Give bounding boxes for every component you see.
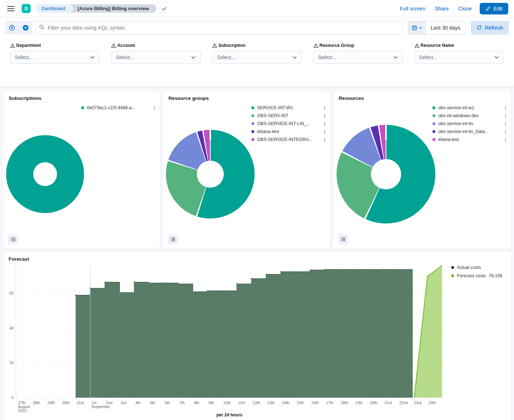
select-subscription[interactable]: Select... [212, 51, 302, 64]
boxes-vertical-icon[interactable] [323, 136, 327, 143]
boxes-vertical-icon[interactable] [504, 112, 508, 119]
select-department[interactable]: Select... [10, 51, 100, 64]
donut-chart-resource-groups[interactable] [166, 130, 255, 218]
svg-text:29th: 29th [47, 401, 55, 405]
legend-label[interactable]: obs-int-windows-dev [438, 113, 479, 118]
kql-search-bar [35, 21, 403, 35]
chart-legend: SERVICE-INT-W1OBS-SERV-INTOBS-SERVICE-IN… [251, 104, 326, 143]
legend-label[interactable]: 0e073ec1-c22f-4488-a... [87, 105, 135, 110]
legend-dot [81, 106, 84, 109]
legend-label[interactable]: obs-service-int-lin [438, 121, 473, 126]
legend-dot [432, 138, 435, 141]
search-icon [39, 24, 45, 31]
svg-text:23rd: 23rd [414, 401, 421, 405]
warning-icon [212, 43, 217, 48]
control-group-subscription: SubscriptionSelect... [212, 43, 302, 86]
legend-list-icon[interactable] [8, 234, 18, 244]
svg-text:0: 0 [12, 395, 14, 400]
boxes-vertical-icon[interactable] [504, 120, 508, 127]
legend-dot [432, 122, 435, 125]
legend-label[interactable]: Forecast costs [457, 273, 486, 278]
filter-in-circle-icon[interactable] [5, 21, 18, 34]
time-range-value[interactable]: Last 30 days [426, 21, 465, 34]
panel-title: Resource groups [163, 91, 330, 101]
legend-item: OBS-SERV-INT [251, 112, 326, 120]
breadcrumb: Dashboard [Azure Billing] Billing overvi… [36, 4, 157, 13]
select-account[interactable]: Select... [111, 51, 201, 64]
select-resource-group[interactable]: Select... [313, 51, 403, 64]
select-resource-name[interactable]: Select... [414, 51, 504, 64]
svg-text:7th: 7th [179, 401, 185, 405]
legend-label[interactable]: OBS-SERVICE-INTEGRA... [257, 137, 312, 142]
svg-text:3rd: 3rd [120, 401, 126, 405]
legend-label[interactable]: etiana-test [438, 137, 459, 142]
legend-label[interactable]: Actual costs [457, 265, 481, 270]
legend-list-icon[interactable] [338, 234, 348, 244]
legend-item: obs-int-windows-dev [432, 112, 508, 120]
edit-button[interactable]: Edit [480, 3, 508, 14]
legend-list-icon[interactable] [168, 234, 178, 244]
boxes-vertical-icon[interactable] [153, 105, 157, 111]
dashboard-controls-row: DepartmentSelect...AccountSelect...Subsc… [0, 38, 514, 87]
donut-chart-subscriptions[interactable] [6, 135, 84, 213]
legend-label[interactable]: OBS-SERVICE-INT-LIN_... [257, 121, 310, 126]
svg-text:40: 40 [9, 326, 14, 330]
breadcrumb-current-page[interactable]: [Azure Billing] Billing overview [70, 4, 157, 13]
pencil-icon [486, 6, 491, 11]
avatar[interactable]: D [22, 4, 31, 13]
legend-item: OBS-SERVICE-INTEGRA... [251, 136, 326, 143]
boxes-vertical-icon[interactable] [323, 112, 327, 119]
legend-item: etiana-test [432, 136, 508, 143]
search-input[interactable] [48, 25, 399, 31]
boxes-vertical-icon[interactable] [504, 105, 508, 111]
action-clone[interactable]: Clone [458, 6, 472, 12]
top-navbar: D Dashboard [Azure Billing] Billing over… [0, 0, 514, 17]
panel-resources: Resourcesobs-service-int-w1obs-int-windo… [333, 91, 511, 249]
svg-text:22nd: 22nd [399, 401, 408, 405]
legend-item: tetiana-test [251, 128, 326, 136]
warning-icon [313, 43, 318, 48]
boxes-vertical-icon[interactable] [323, 128, 327, 135]
legend-label[interactable]: OBS-SERV-INT [257, 113, 289, 118]
legend-label[interactable]: obs-service-int-w1 [438, 105, 474, 110]
svg-text:30th: 30th [62, 401, 70, 405]
legend-item: obs-service-int-w1 [432, 104, 508, 112]
refresh-button[interactable]: Refresh [471, 21, 509, 35]
svg-text:17th: 17th [326, 401, 333, 405]
svg-text:31st: 31st [77, 401, 84, 405]
forecast-area-chart[interactable]: 020406027th28th29th30th31st1st2nd3rd4th5… [3, 252, 511, 420]
legend-item: SERVICE-INT-W1 [251, 104, 326, 112]
action-share[interactable]: Share [435, 6, 449, 12]
svg-text:16th: 16th [311, 401, 319, 405]
legend-item: obs-service-int-lin_Data... [432, 128, 508, 136]
legend-value: 76.156 [489, 273, 502, 278]
action-full-screen[interactable]: Full screen [400, 6, 425, 12]
svg-text:60: 60 [9, 291, 14, 295]
boxes-vertical-icon[interactable] [504, 136, 508, 143]
control-group-department: DepartmentSelect... [10, 43, 100, 86]
donut-chart-resources[interactable] [337, 125, 435, 224]
breadcrumb-dashboard[interactable]: Dashboard [36, 4, 73, 13]
calendar-icon[interactable] [408, 21, 426, 34]
legend-item: OBS-SERVICE-INT-LIN_... [251, 120, 326, 128]
menu-icon[interactable] [7, 6, 14, 11]
legend-label[interactable]: tetiana-test [257, 129, 279, 134]
legend-label[interactable]: SERVICE-INT-W1 [257, 105, 293, 110]
date-picker: Last 30 days [408, 21, 466, 35]
add-filter-icon[interactable] [19, 21, 32, 34]
boxes-vertical-icon[interactable] [323, 120, 327, 127]
control-label: Account [111, 43, 201, 48]
svg-text:September: September [91, 404, 110, 409]
svg-text:12th: 12th [252, 401, 260, 405]
legend-dot [251, 122, 254, 125]
chevron-down-icon [191, 55, 196, 60]
svg-text:8th: 8th [194, 401, 199, 405]
donut-hole [197, 160, 224, 187]
boxes-vertical-icon[interactable] [504, 128, 508, 135]
svg-text:24th: 24th [429, 401, 436, 405]
boxes-vertical-icon[interactable] [323, 105, 327, 111]
legend-dot [251, 138, 254, 141]
control-label: Subscription [212, 43, 302, 48]
legend-label[interactable]: obs-service-int-lin_Data... [438, 129, 488, 134]
filter-button-group [5, 21, 32, 34]
